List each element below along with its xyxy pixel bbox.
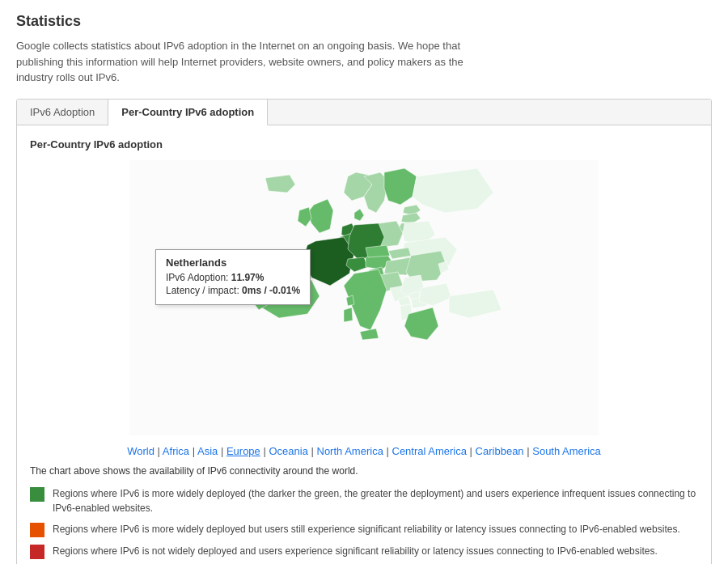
tooltip-latency-row: Latency / impact: 0ms / -0.01% [166,285,300,296]
legend-color-red [30,545,44,559]
chart-title: Per-Country IPv6 adoption [30,138,698,151]
czech [366,245,390,257]
region-link-caribbean[interactable]: Caribbean [476,445,524,457]
tooltip-latency-value: 0ms / -0.01% [242,285,300,296]
tab-per-country[interactable]: Per-Country IPv6 adoption [108,100,268,125]
legend-text-0: Regions where IPv6 is more widely deploy… [53,486,698,515]
map-tooltip: Netherlands IPv6 Adoption: 11.97% Latenc… [155,249,311,305]
legend-text-2: Regions where IPv6 is not widely deploye… [53,544,658,558]
region-link-africa[interactable]: Africa [163,445,189,457]
tooltip-adoption-label: IPv6 Adoption: [166,272,228,283]
legend-color-orange [30,523,44,537]
sardinia [344,307,353,322]
region-link-north-america[interactable]: North America [317,445,383,457]
legend-text-1: Regions where IPv6 is more widely deploy… [53,522,680,536]
page-title: Statistics [16,13,712,30]
legend-color-green [30,487,44,502]
region-link-oceania[interactable]: Oceania [269,445,307,457]
region-link-south-america[interactable]: South America [532,445,601,457]
tooltip-adoption-row: IPv6 Adoption: 11.97% [166,272,300,283]
tab-ipv6-adoption[interactable]: IPv6 Adoption [17,100,108,125]
map-container: Netherlands IPv6 Adoption: 11.97% Latenc… [30,160,698,435]
legend-item-2: Regions where IPv6 is not widely deploye… [30,544,698,559]
legend: Regions where IPv6 is more widely deploy… [30,486,698,559]
region-link-asia[interactable]: Asia [197,445,218,457]
tab-content: Per-Country IPv6 adoption [17,125,711,565]
legend-item-1: Regions where IPv6 is more widely deploy… [30,522,698,537]
region-link-europe[interactable]: Europe [226,445,260,457]
legend-item-0: Regions where IPv6 is more widely deploy… [30,486,698,515]
page-description: Google collects statistics about IPv6 ad… [16,38,485,86]
region-links: World | Africa | Asia | Europe | Oceania… [30,445,698,457]
tooltip-country: Netherlands [166,257,300,269]
tabs-container: IPv6 Adoption Per-Country IPv6 adoption … [16,99,712,565]
region-link-world[interactable]: World [127,445,154,457]
tooltip-latency-label: Latency / impact: [166,285,239,296]
region-link-central-america[interactable]: Central America [392,445,467,457]
chart-note: The chart above shows the availability o… [30,465,698,477]
tabs-header: IPv6 Adoption Per-Country IPv6 adoption [17,100,711,125]
tooltip-adoption-value: 11.97% [231,272,265,283]
